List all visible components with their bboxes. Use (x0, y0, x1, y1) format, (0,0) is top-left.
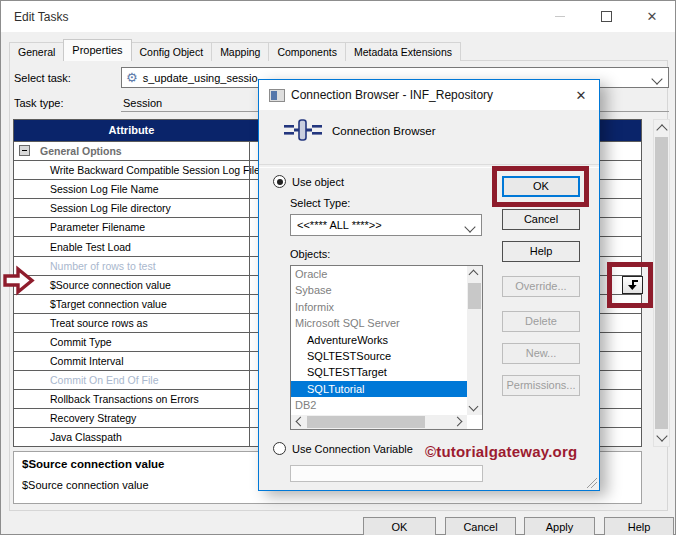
task-type-value: Session (123, 97, 162, 109)
tab-config-object[interactable]: Config Object (131, 42, 213, 61)
use-connection-variable-radio[interactable] (273, 442, 286, 455)
list-item[interactable]: SQLTESTSource (291, 348, 482, 364)
permissions-button: Permissions... (502, 375, 580, 396)
maximize-button[interactable] (583, 1, 629, 32)
dialog-heading: Connection Browser (332, 125, 436, 137)
ok-button[interactable]: OK (363, 517, 436, 535)
title-bar: Edit Tasks ✕ (1, 1, 675, 32)
annotation-rect-ok (492, 166, 589, 207)
select-type-value: <<**** ALL ****>> (297, 219, 382, 231)
connection-variable-input[interactable] (290, 465, 483, 482)
tab-mapping[interactable]: Mapping (211, 42, 269, 61)
dialog-close-button[interactable]: ✕ (569, 84, 593, 106)
task-type-label: Task type: (14, 97, 64, 109)
objects-listbox[interactable]: Oracle Sybase Informix Microsoft SQL Ser… (290, 265, 483, 430)
dialog-title: Connection Browser - INF_Repository (291, 88, 493, 102)
annotation-rect-dropdown (607, 262, 653, 308)
tab-strip: General Properties Config Object Mapping… (9, 40, 460, 61)
description-body: $Source connection value (22, 479, 149, 491)
list-item-category[interactable]: Microsoft SQL Server (291, 315, 482, 331)
tab-general[interactable]: General (9, 42, 64, 61)
close-icon: ✕ (647, 10, 658, 23)
scroll-left-icon[interactable] (294, 418, 304, 425)
objects-label: Objects: (290, 248, 330, 260)
delete-button: Delete (502, 311, 580, 332)
select-type-label: Select Type: (290, 197, 350, 209)
close-button[interactable]: ✕ (629, 1, 675, 32)
list-item-category[interactable]: Sybase (291, 282, 482, 298)
list-vertical-scrollbar[interactable] (467, 266, 482, 415)
grid-vertical-scrollbar[interactable] (653, 119, 670, 447)
list-item-category[interactable]: Informix (291, 299, 482, 315)
scrollbar-thumb[interactable] (307, 416, 425, 428)
use-connection-variable-label: Use Connection Variable (292, 443, 413, 455)
select-task-value: s_update_using_sessio (143, 72, 258, 84)
use-object-radio[interactable] (273, 175, 286, 188)
tab-metadata-extensions[interactable]: Metadata Extensions (345, 42, 461, 61)
resize-grip[interactable] (587, 478, 597, 488)
minimize-button (537, 1, 583, 32)
column-divider (249, 141, 250, 446)
list-item-selected[interactable]: SQLTutorial (291, 381, 482, 397)
list-item[interactable]: SQLTESTTarget (291, 364, 482, 380)
annotation-arrow-icon (2, 265, 35, 296)
dialog-window-icon (269, 89, 285, 102)
list-item-category[interactable]: DB2 (291, 397, 482, 413)
scroll-right-icon[interactable] (454, 418, 464, 425)
list-item[interactable]: AdventureWorks (291, 332, 482, 348)
override-button: Override... (502, 276, 580, 297)
close-icon: ✕ (576, 88, 587, 103)
scroll-down-icon[interactable] (470, 403, 477, 413)
new-button: New... (502, 343, 580, 364)
use-object-label: Use object (292, 176, 344, 188)
session-gear-icon: ⚙ (126, 71, 138, 84)
watermark-text: ©tutorialgateway.org (425, 443, 577, 460)
apply-button[interactable]: Apply (524, 517, 595, 535)
select-task-label: Select task: (14, 72, 71, 84)
collapse-minus-icon[interactable] (19, 145, 30, 156)
edit-tasks-window: Edit Tasks ✕ General Properties Config O… (0, 0, 676, 535)
list-horizontal-scrollbar[interactable] (291, 415, 467, 429)
scroll-up-icon[interactable] (654, 120, 669, 136)
help-button[interactable]: Help (604, 517, 674, 535)
scrollbar-thumb[interactable] (468, 283, 481, 309)
attribute-column-header: Attribute (14, 120, 249, 141)
connection-plug-icon (284, 119, 322, 141)
scrollbar-thumb[interactable] (655, 137, 668, 429)
select-type-combobox[interactable]: <<**** ALL ****>> (290, 214, 482, 236)
connection-browser-dialog: Connection Browser - INF_Repository ✕ Co… (258, 79, 600, 491)
chevron-down-icon (653, 73, 661, 85)
list-item-category[interactable]: Oracle (291, 266, 482, 282)
minimize-icon (555, 16, 565, 17)
tab-components[interactable]: Components (268, 42, 346, 61)
maximize-icon (601, 11, 612, 22)
dialog-cancel-button[interactable]: Cancel (502, 209, 580, 230)
scroll-up-icon[interactable] (470, 268, 477, 278)
tab-properties[interactable]: Properties (63, 39, 131, 61)
dialog-title-bar: Connection Browser - INF_Repository ✕ (259, 80, 599, 110)
scroll-down-icon[interactable] (654, 430, 669, 446)
window-title: Edit Tasks (14, 10, 68, 24)
description-title: $Source connection value (22, 458, 165, 470)
cancel-button[interactable]: Cancel (445, 517, 516, 535)
chevron-down-icon (466, 221, 474, 233)
dialog-help-button[interactable]: Help (502, 241, 580, 262)
